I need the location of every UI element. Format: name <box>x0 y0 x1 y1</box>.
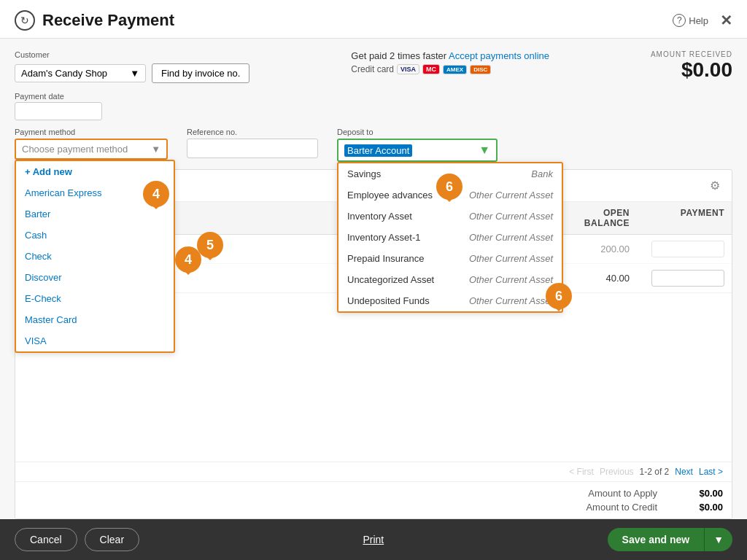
deposit-inventory-asset-name: Inventory Asset <box>347 211 412 222</box>
deposit-inventory-asset-type: Other Current Asset <box>469 211 553 222</box>
payment-method-group: Payment method Choose payment method ▼ A… <box>15 128 168 160</box>
help-circle-icon: ? <box>673 14 686 27</box>
customer-value: Adam's Candy Shop <box>21 68 107 79</box>
top-bar: Customer Adam's Candy Shop ▼ Find by inv… <box>15 50 732 83</box>
print-link[interactable]: Print <box>363 534 384 545</box>
deposit-undeposited-funds-type: Other Current Asset <box>469 295 553 306</box>
col-payment: PAYMENT <box>637 202 732 234</box>
deposit-uncategorized[interactable]: Uncategorized Asset Other Current Asset <box>338 269 562 290</box>
callout-4a: 4 <box>143 181 169 207</box>
customer-dropdown[interactable]: Adam's Candy Shop ▼ <box>15 64 146 82</box>
chevron-down-icon: ▼ <box>130 68 139 79</box>
payment-date-input[interactable] <box>15 102 102 120</box>
deposit-undeposited-funds-name: Undeposited Funds <box>347 295 430 306</box>
cancel-button[interactable]: Cancel <box>15 528 77 551</box>
footer-left-buttons: Cancel Clear <box>15 528 139 551</box>
settings-icon[interactable]: ⚙ <box>707 176 723 195</box>
previous-page[interactable]: Previous <box>600 467 634 477</box>
refresh-icon: ↻ <box>15 10 35 31</box>
deposit-undeposited-funds[interactable]: Undeposited Funds Other Current Asset <box>338 290 562 311</box>
deposit-prepaid-insurance-type: Other Current Asset <box>469 253 553 264</box>
payment-method-echeck[interactable]: E-Check <box>16 288 174 309</box>
deposit-inventory-asset-1[interactable]: Inventory Asset-1 Other Current Asset <box>338 227 562 248</box>
deposit-savings-type: Bank <box>531 168 553 179</box>
chevron-down-icon: ▼ <box>479 144 490 157</box>
callout-6b: 6 <box>546 283 572 309</box>
clear-button[interactable]: Clear <box>85 528 139 551</box>
payment-method-add-new[interactable]: Add new <box>16 161 174 182</box>
row-payment[interactable] <box>637 235 732 263</box>
payment-date-label: Payment date <box>15 92 732 101</box>
modal-footer: Cancel Clear Print Save and new ▼ <box>0 519 747 560</box>
payment-amount-input <box>651 241 724 257</box>
deposit-uncategorized-name: Uncategorized Asset <box>347 274 434 285</box>
modal-title: Receive Payment <box>42 11 174 30</box>
first-page[interactable]: < First <box>569 467 594 477</box>
header-left: ↻ Receive Payment <box>15 10 174 31</box>
amount-to-apply-row: Amount to Apply $0.00 <box>588 488 723 499</box>
save-dropdown-arrow[interactable]: ▼ <box>704 528 732 551</box>
deposit-prepaid-insurance[interactable]: Prepaid Insurance Other Current Asset <box>338 248 562 269</box>
row-open-balance: 200.00 <box>564 238 637 260</box>
deposit-employee-advances-name: Employee advances <box>347 190 433 201</box>
card-label: Credit card <box>351 64 394 74</box>
deposit-dropdown[interactable]: Barter Account ▼ <box>337 139 498 162</box>
customer-label: Customer <box>15 50 249 59</box>
page-info: 1-2 of 2 <box>640 467 670 477</box>
payment-method-barter[interactable]: Barter <box>16 203 174 225</box>
reference-input[interactable] <box>187 139 318 158</box>
summary-section: Amount to Apply $0.00 Amount to Credit $… <box>15 481 732 518</box>
save-and-new-button[interactable]: Save and new <box>608 528 705 551</box>
next-page[interactable]: Next <box>675 467 693 477</box>
deposit-inventory-asset-1-type: Other Current Asset <box>469 232 553 243</box>
amex-icon: AMEX <box>443 65 467 74</box>
payment-method-discover[interactable]: Discover <box>16 267 174 288</box>
card-icons: Credit card VISA MC AMEX DISC <box>351 64 549 74</box>
payment-method-placeholder: Choose payment method <box>22 144 128 155</box>
find-invoice-button[interactable]: Find by invoice no. <box>152 63 249 83</box>
footer-right-buttons: Save and new ▼ <box>608 528 732 551</box>
last-page[interactable]: Last > <box>699 467 723 477</box>
promo-link[interactable]: Accept payments online <box>449 50 549 61</box>
callout-5: 5 <box>197 232 223 258</box>
promo-text: Get paid 2 times faster Accept payments … <box>351 50 549 61</box>
discover-icon: DISC <box>470 65 491 74</box>
amount-value: $0.00 <box>651 58 732 82</box>
mastercard-icon: MC <box>422 64 440 74</box>
payment-method-cash[interactable]: Cash <box>16 225 174 246</box>
reference-group: Reference no. <box>187 128 318 158</box>
amount-label: AMOUNT RECEIVED <box>651 50 732 58</box>
chevron-down-icon: ▼ <box>151 144 160 155</box>
payment-amount-input <box>651 270 724 287</box>
payment-method-visa[interactable]: VISA <box>16 330 174 351</box>
deposit-employee-advances-type: Other Current Asset <box>469 190 553 201</box>
customer-section: Customer Adam's Candy Shop ▼ Find by inv… <box>15 50 249 83</box>
deposit-inventory-asset[interactable]: Inventory Asset Other Current Asset <box>338 206 562 227</box>
amount-section: AMOUNT RECEIVED $0.00 <box>651 50 732 82</box>
deposit-group: Deposit to Barter Account ▼ Savings Bank… <box>337 128 498 162</box>
modal-header: ↻ Receive Payment ? Help ✕ <box>0 0 747 39</box>
amount-to-credit-row: Amount to Credit $0.00 <box>586 502 723 513</box>
pagination: < First Previous 1-2 of 2 Next Last > <box>15 462 732 481</box>
col-open-balance: OPEN BALANCE <box>564 202 637 234</box>
amount-to-credit-value: $0.00 <box>672 502 723 513</box>
amount-to-credit-label: Amount to Credit <box>586 502 657 513</box>
receive-payment-modal: ↻ Receive Payment ? Help ✕ Customer Adam… <box>0 0 747 560</box>
payment-method-label: Payment method <box>15 128 168 136</box>
close-button[interactable]: ✕ <box>720 12 732 29</box>
customer-row: Adam's Candy Shop ▼ Find by invoice no. <box>15 63 249 83</box>
reference-label: Reference no. <box>187 128 318 136</box>
row-payment[interactable] <box>637 264 732 292</box>
promo-section: Get paid 2 times faster Accept payments … <box>351 50 549 74</box>
payment-method-dropdown[interactable]: Choose payment method ▼ <box>15 139 168 160</box>
payment-method-mastercard[interactable]: Master Card <box>16 309 174 330</box>
deposit-uncategorized-type: Other Current Asset <box>469 274 553 285</box>
amount-to-apply-value: $0.00 <box>672 488 723 499</box>
payment-method-check[interactable]: Check <box>16 246 174 267</box>
help-button[interactable]: ? Help <box>673 14 708 27</box>
deposit-wrapper: Barter Account ▼ Savings Bank Employee a… <box>337 139 498 162</box>
callout-6a: 6 <box>436 174 462 200</box>
deposit-inventory-asset-1-name: Inventory Asset-1 <box>347 232 420 243</box>
deposit-savings-name: Savings <box>347 168 381 179</box>
payment-fields-row: Payment method Choose payment method ▼ A… <box>15 128 732 162</box>
